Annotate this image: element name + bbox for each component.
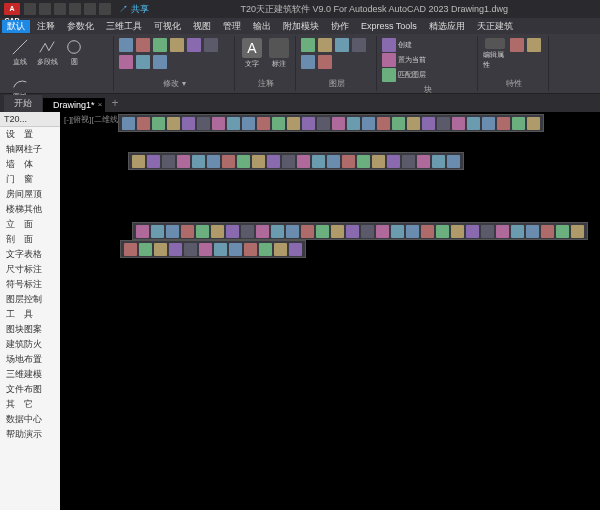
toolbar-0-btn-2[interactable]: [152, 117, 165, 130]
toolbar-1-btn-16[interactable]: [372, 155, 385, 168]
sidebar-item-1[interactable]: 轴网柱子: [0, 142, 60, 157]
trim-icon[interactable]: [187, 38, 201, 52]
toolbar-0-btn-13[interactable]: [317, 117, 330, 130]
sidebar-item-2[interactable]: 墙 体: [0, 157, 60, 172]
toolbar-2-btn-18[interactable]: [406, 225, 419, 238]
toolbar-1-btn-15[interactable]: [357, 155, 370, 168]
toolbar-2-btn-17[interactable]: [391, 225, 404, 238]
toolbar-0-btn-17[interactable]: [377, 117, 390, 130]
ribbon-tab-5[interactable]: 视图: [188, 20, 216, 33]
toolbar-1-btn-14[interactable]: [342, 155, 355, 168]
sidebar-item-14[interactable]: 建筑防火: [0, 337, 60, 352]
qat-save-icon[interactable]: [54, 3, 66, 15]
qat-print-icon[interactable]: [99, 3, 111, 15]
toolbar-0-btn-27[interactable]: [527, 117, 540, 130]
toolbar-0-btn-16[interactable]: [362, 117, 375, 130]
toolbar-0-btn-26[interactable]: [512, 117, 525, 130]
floating-toolbar-2[interactable]: [132, 222, 588, 240]
fillet-icon[interactable]: [119, 55, 133, 69]
sidebar-item-7[interactable]: 剖 面: [0, 232, 60, 247]
polyline-tool[interactable]: 多段线: [35, 38, 59, 70]
qat-new-icon[interactable]: [24, 3, 36, 15]
ribbon-tab-7[interactable]: 输出: [248, 20, 276, 33]
toolbar-0-btn-23[interactable]: [467, 117, 480, 130]
stretch-icon[interactable]: [153, 38, 167, 52]
toolbar-1-btn-17[interactable]: [387, 155, 400, 168]
ribbon-tab-9[interactable]: 协作: [326, 20, 354, 33]
toolbar-2-btn-29[interactable]: [571, 225, 584, 238]
toolbar-2-btn-23[interactable]: [481, 225, 494, 238]
toolbar-3-btn-8[interactable]: [244, 243, 257, 256]
toolbar-2-btn-26[interactable]: [526, 225, 539, 238]
floating-toolbar-3[interactable]: [120, 240, 306, 258]
ribbon-tab-2[interactable]: 参数化: [62, 20, 99, 33]
toolbar-3-btn-1[interactable]: [139, 243, 152, 256]
toolbar-0-btn-11[interactable]: [287, 117, 300, 130]
layer-freeze-icon[interactable]: [301, 55, 315, 69]
sidebar-item-13[interactable]: 图块图案: [0, 322, 60, 337]
toolbar-0-btn-24[interactable]: [482, 117, 495, 130]
scale-icon[interactable]: [136, 55, 150, 69]
sidebar-item-15[interactable]: 场地布置: [0, 352, 60, 367]
toolbar-1-btn-5[interactable]: [207, 155, 220, 168]
toolbar-0-btn-1[interactable]: [137, 117, 150, 130]
toolbar-0-btn-21[interactable]: [437, 117, 450, 130]
sidebar-item-4[interactable]: 房间屋顶: [0, 187, 60, 202]
floating-toolbar-1[interactable]: [128, 152, 464, 170]
toolbar-2-btn-6[interactable]: [226, 225, 239, 238]
toolbar-3-btn-5[interactable]: [199, 243, 212, 256]
qat-redo-icon[interactable]: [84, 3, 96, 15]
toolbar-2-btn-10[interactable]: [286, 225, 299, 238]
match-layer-icon[interactable]: [382, 68, 396, 82]
sidebar-item-12[interactable]: 工 具: [0, 307, 60, 322]
sidebar-header[interactable]: T20...: [0, 112, 60, 127]
toolbar-2-btn-27[interactable]: [541, 225, 554, 238]
toolbar-0-btn-8[interactable]: [242, 117, 255, 130]
rotate-icon[interactable]: [170, 38, 184, 52]
text-tool[interactable]: A文字: [240, 38, 264, 70]
copy-icon[interactable]: [136, 38, 150, 52]
toolbar-3-btn-3[interactable]: [169, 243, 182, 256]
toolbar-2-btn-8[interactable]: [256, 225, 269, 238]
toolbar-1-btn-1[interactable]: [147, 155, 160, 168]
toolbar-0-btn-4[interactable]: [182, 117, 195, 130]
bylayer-icon[interactable]: [527, 38, 541, 52]
toolbar-0-btn-12[interactable]: [302, 117, 315, 130]
toolbar-2-btn-12[interactable]: [316, 225, 329, 238]
toolbar-2-btn-25[interactable]: [511, 225, 524, 238]
move-icon[interactable]: [119, 38, 133, 52]
toolbar-1-btn-9[interactable]: [267, 155, 280, 168]
toolbar-1-btn-12[interactable]: [312, 155, 325, 168]
array-icon[interactable]: [153, 55, 167, 69]
ribbon-tab-4[interactable]: 可视化: [149, 20, 186, 33]
floating-toolbar-0[interactable]: [118, 114, 544, 132]
toolbar-2-btn-20[interactable]: [436, 225, 449, 238]
toolbar-1-btn-13[interactable]: [327, 155, 340, 168]
mirror-icon[interactable]: [204, 38, 218, 52]
toolbar-0-btn-19[interactable]: [407, 117, 420, 130]
close-tab-icon[interactable]: ×: [98, 100, 103, 109]
toolbar-2-btn-7[interactable]: [241, 225, 254, 238]
layer-iso-icon[interactable]: [335, 38, 349, 52]
line-tool[interactable]: 直线: [8, 38, 32, 70]
toolbar-1-btn-19[interactable]: [417, 155, 430, 168]
ribbon-tab-1[interactable]: 注释: [32, 20, 60, 33]
toolbar-2-btn-13[interactable]: [331, 225, 344, 238]
sidebar-item-6[interactable]: 立 面: [0, 217, 60, 232]
sidebar-item-8[interactable]: 文字表格: [0, 247, 60, 262]
toolbar-2-btn-22[interactable]: [466, 225, 479, 238]
toolbar-2-btn-11[interactable]: [301, 225, 314, 238]
dimension-tool[interactable]: 标注: [267, 38, 291, 70]
toolbar-0-btn-9[interactable]: [257, 117, 270, 130]
layer-icon[interactable]: [301, 38, 315, 52]
sidebar-item-16[interactable]: 三维建模: [0, 367, 60, 382]
edit-block-icon[interactable]: [382, 53, 396, 67]
toolbar-2-btn-0[interactable]: [136, 225, 149, 238]
ribbon-tab-0[interactable]: 默认: [2, 20, 30, 33]
toolbar-2-btn-5[interactable]: [211, 225, 224, 238]
share-link[interactable]: ↗ 共享: [119, 3, 149, 16]
toolbar-0-btn-0[interactable]: [122, 117, 135, 130]
toolbar-2-btn-28[interactable]: [556, 225, 569, 238]
toolbar-1-btn-21[interactable]: [447, 155, 460, 168]
insert-icon[interactable]: [382, 38, 396, 52]
